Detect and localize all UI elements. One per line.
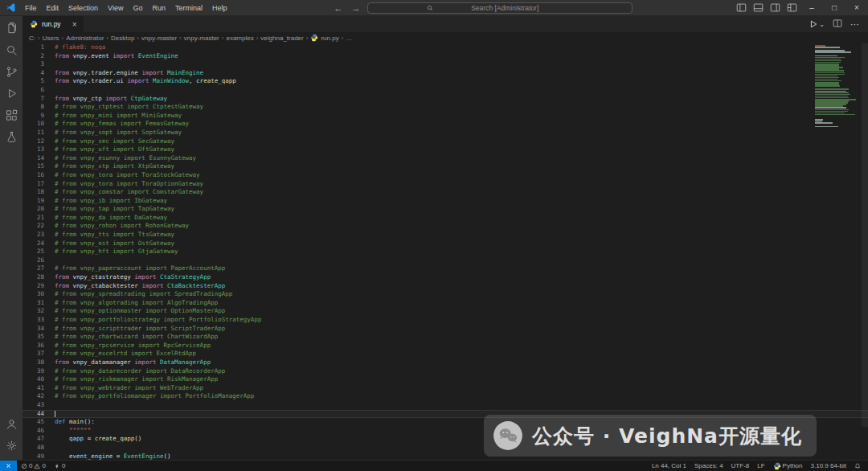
code-line-27[interactable]: 27# from vnpy_paperaccount import PaperA… (23, 264, 868, 273)
breadcrumb-item[interactable]: veighna_trader (260, 35, 303, 42)
maximize-button[interactable]: □ (823, 0, 845, 16)
run-python-file-button[interactable]: ⌄ (809, 19, 825, 29)
status-extra[interactable]: 0 (50, 461, 69, 471)
code-line-43[interactable]: 43 (23, 401, 868, 410)
breadcrumb-item[interactable]: run.py (310, 34, 338, 42)
line-number[interactable]: 28 (23, 273, 55, 282)
code-line-25[interactable]: 25# from vnpy_hft import GtjaGateway (23, 248, 868, 256)
menu-terminal[interactable]: Terminal (170, 0, 207, 16)
line-number[interactable]: 46 (23, 427, 55, 436)
problems-status[interactable]: 0 0 (17, 461, 50, 471)
activity-bar-item-explorer[interactable] (0, 19, 23, 41)
breadcrumb-item[interactable]: … (346, 35, 352, 42)
remote-indicator[interactable] (0, 461, 17, 471)
code-line-3[interactable]: 3 (23, 60, 868, 69)
breadcrumb-item[interactable]: Desktop (111, 35, 134, 42)
line-number[interactable]: 1 (23, 43, 55, 52)
nav-forward-icon[interactable]: → (350, 3, 362, 13)
tab-run-py[interactable]: run.py × (23, 16, 84, 32)
code-line-40[interactable]: 40# from vnpy_riskmanager import RiskMan… (23, 375, 868, 384)
code-line-2[interactable]: 2from vnpy.event import EventEngine (23, 52, 868, 61)
breadcrumb-item[interactable]: vnpy-master (141, 35, 177, 42)
line-number[interactable]: 25 (23, 248, 55, 256)
line-number[interactable]: 40 (23, 375, 55, 384)
line-number[interactable]: 41 (23, 384, 55, 393)
code-line-15[interactable]: 15# from vnpy_xtp import XtpGateway (23, 162, 868, 171)
code-line-33[interactable]: 33# from vnpy_portfoliostrategy import P… (23, 316, 868, 325)
split-editor-icon[interactable] (833, 17, 842, 31)
line-number[interactable]: 19 (23, 197, 55, 206)
code-line-18[interactable]: 18# from vnpy_comstar import ComstarGate… (23, 188, 868, 197)
activity-bar-item-extensions[interactable] (0, 106, 23, 128)
run-dropdown-icon[interactable]: ⌄ (819, 21, 825, 28)
line-number[interactable]: 16 (23, 171, 55, 180)
line-number[interactable]: 4 (23, 69, 55, 78)
activity-bar-item-source-control[interactable] (0, 63, 23, 84)
line-number[interactable]: 29 (23, 282, 55, 291)
line-number[interactable]: 31 (23, 299, 55, 308)
code-line-10[interactable]: 10# from vnpy_femas import FemasGateway (23, 120, 868, 129)
activity-bar-item-testing[interactable] (0, 128, 23, 149)
menu-help[interactable]: Help (207, 0, 232, 16)
code-line-36[interactable]: 36# from vnpy_rpcservice import RpcServi… (23, 342, 868, 350)
line-number[interactable]: 48 (23, 444, 55, 453)
toggle-panel-icon[interactable] (750, 2, 767, 13)
toggle-secondary-sidebar-icon[interactable] (767, 2, 784, 13)
code-line-12[interactable]: 12# from vnpy_sec import SecGateway (23, 137, 868, 146)
activity-bar-item-account[interactable] (0, 415, 23, 436)
menu-run[interactable]: Run (147, 0, 170, 16)
python-interpreter[interactable]: 3.10.9 64-bit (807, 462, 850, 469)
line-number[interactable]: 7 (23, 95, 55, 104)
line-number[interactable]: 11 (23, 129, 55, 137)
line-number[interactable]: 33 (23, 316, 55, 325)
breadcrumb-item[interactable]: examples (226, 35, 253, 42)
line-number[interactable]: 26 (23, 256, 55, 265)
menu-selection[interactable]: Selection (63, 0, 103, 16)
code-line-7[interactable]: 7from vnpy_ctp import CtpGateway (23, 95, 868, 104)
code-line-13[interactable]: 13# from vnpy_uft import UftGateway (23, 145, 868, 154)
code-line-24[interactable]: 24# from vnpy_ost import OstGateway (23, 240, 868, 248)
code-line-35[interactable]: 35# from vnpy_chartwizard import ChartWi… (23, 333, 868, 342)
minimize-button[interactable]: – (800, 0, 823, 16)
code-line-17[interactable]: 17# from vnpy_tora import ToraOptionGate… (23, 180, 868, 189)
line-number[interactable]: 15 (23, 162, 55, 171)
line-number[interactable]: 44 (23, 410, 55, 419)
line-number[interactable]: 35 (23, 333, 55, 342)
line-number[interactable]: 9 (23, 112, 55, 121)
minimap[interactable] (815, 45, 862, 128)
code-line-38[interactable]: 38from vnpy_datamanager import DataManag… (23, 358, 868, 367)
menu-edit[interactable]: Edit (42, 0, 64, 16)
tab-close-icon[interactable]: × (72, 20, 77, 29)
code-line-11[interactable]: 11# from vnpy_sopt import SoptGateway (23, 129, 868, 137)
code-line-19[interactable]: 19# from vnpy_ib import IbGateway (23, 197, 868, 206)
breadcrumb-item[interactable]: C: (29, 35, 35, 42)
line-number[interactable]: 12 (23, 137, 55, 146)
line-number[interactable]: 49 (23, 453, 55, 461)
line-number[interactable]: 22 (23, 222, 55, 231)
code-line-31[interactable]: 31# from vnpy_algotrading import AlgoTra… (23, 299, 868, 308)
cursor-position[interactable]: Ln 44, Col 1 (648, 462, 690, 469)
line-number[interactable]: 23 (23, 231, 55, 240)
activity-bar-item-search[interactable] (0, 41, 23, 63)
code-line-4[interactable]: 4from vnpy.trader.engine import MainEngi… (23, 69, 868, 78)
code-line-28[interactable]: 28from vnpy_ctastrategy import CtaStrate… (23, 273, 868, 282)
code-line-34[interactable]: 34# from vnpy_scripttrader import Script… (23, 325, 868, 334)
line-number[interactable]: 13 (23, 145, 55, 154)
line-number[interactable]: 18 (23, 188, 55, 197)
menu-file[interactable]: File (20, 0, 42, 16)
code-line-14[interactable]: 14# from vnpy_esunny import EsunnyGatewa… (23, 154, 868, 163)
line-number[interactable]: 39 (23, 367, 55, 376)
code-line-6[interactable]: 6 (23, 86, 868, 95)
line-number[interactable]: 36 (23, 342, 55, 350)
line-number[interactable]: 3 (23, 60, 55, 69)
activity-bar-item-run-and-debug[interactable] (0, 84, 23, 106)
code-line-16[interactable]: 16# from vnpy_tora import ToraStockGatew… (23, 171, 868, 180)
line-number[interactable]: 2 (23, 52, 55, 61)
line-number[interactable]: 27 (23, 264, 55, 273)
line-number[interactable]: 17 (23, 180, 55, 189)
code-line-39[interactable]: 39# from vnpy_datarecorder import DataRe… (23, 367, 868, 376)
search-input[interactable] (436, 4, 573, 12)
breadcrumb-item[interactable]: Administrator (66, 35, 104, 42)
breadcrumb-item[interactable]: vnpy-master (184, 35, 219, 42)
code-line-21[interactable]: 21# from vnpy_da import DaGateway (23, 214, 868, 223)
